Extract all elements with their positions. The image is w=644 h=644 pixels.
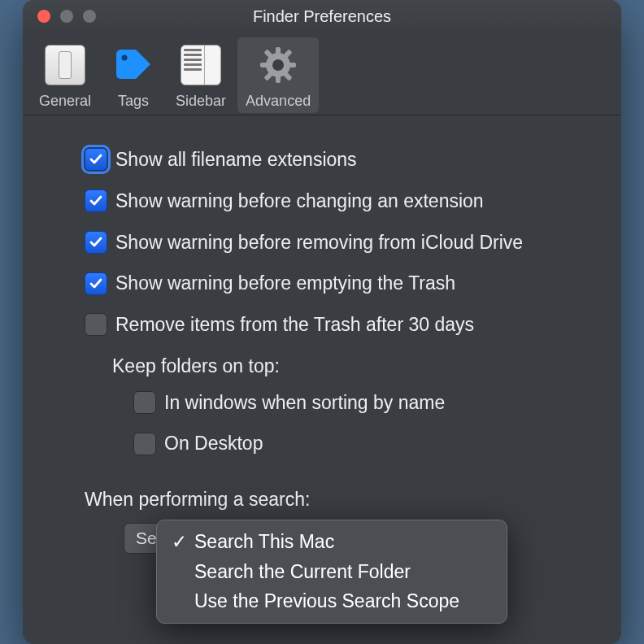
label-warn-trash: Show warning before emptying the Trash [115,272,455,295]
label-show-extensions: Show all filename extensions [115,148,357,172]
menu-item-search-current-folder[interactable]: Search the Current Folder [157,557,507,587]
checkbox-remove-30days[interactable] [85,313,107,336]
tab-advanced[interactable]: Advanced [237,37,319,113]
zoom-button[interactable] [83,10,96,23]
gear-icon [255,42,301,88]
search-scope-menu: ✓ Search This Mac Search the Current Fol… [156,520,507,624]
sidebar-icon [178,42,224,88]
label-warn-icloud: Show warning before removing from iCloud… [115,231,523,255]
minimize-button[interactable] [60,10,73,23]
close-button[interactable] [37,10,50,23]
tab-sidebar[interactable]: Sidebar [168,37,234,113]
finder-preferences-window: Finder Preferences General Tags [23,0,621,644]
menu-item-label: Use the Previous Search Scope [194,590,459,613]
svg-rect-5 [288,63,296,67]
checkbox-show-extensions[interactable] [85,148,107,171]
checkbox-warn-extension[interactable] [85,189,107,212]
tab-advanced-label: Advanced [246,93,311,110]
label-warn-extension: Show warning before changing an extensio… [115,189,484,213]
traffic-lights [37,10,96,23]
label-keep-top-desktop: On Desktop [164,432,263,455]
label-search-scope: When performing a search: [85,488,605,511]
checkbox-keep-top-windows[interactable] [133,391,156,414]
tab-general-label: General [39,93,91,110]
window-title: Finder Preferences [23,7,621,26]
tags-icon [111,42,156,88]
checkbox-keep-top-desktop[interactable] [133,433,156,455]
label-keep-top-windows: In windows when sorting by name [164,391,445,415]
general-icon [42,42,88,88]
svg-rect-4 [260,63,268,67]
menu-item-previous-scope[interactable]: Use the Previous Search Scope [157,586,507,616]
svg-point-0 [122,55,128,61]
tab-general[interactable]: General [31,37,99,113]
tab-tags-label: Tags [118,93,149,110]
svg-rect-2 [276,47,281,55]
menu-item-label: Search This Mac [194,530,334,554]
checkbox-warn-icloud[interactable] [85,231,107,254]
search-scope-control: Search This Mac ✓ Search This Mac Search… [124,523,473,554]
menu-item-search-this-mac[interactable]: ✓ Search This Mac [157,527,507,557]
tab-tags[interactable]: Tags [102,37,164,113]
checkmark-icon: ✓ [172,530,186,554]
tab-sidebar-label: Sidebar [176,93,226,110]
label-remove-30days: Remove items from the Trash after 30 day… [115,313,474,337]
toolbar: General Tags Sidebar [23,33,621,115]
checkbox-warn-trash[interactable] [85,272,107,295]
menu-item-label: Search the Current Folder [194,560,411,584]
preferences-content: Show all filename extensions Show warnin… [23,115,621,570]
titlebar: Finder Preferences [23,0,621,33]
svg-point-10 [272,59,284,71]
label-keep-folders-top: Keep folders on top: [112,355,605,378]
svg-rect-3 [276,75,281,83]
